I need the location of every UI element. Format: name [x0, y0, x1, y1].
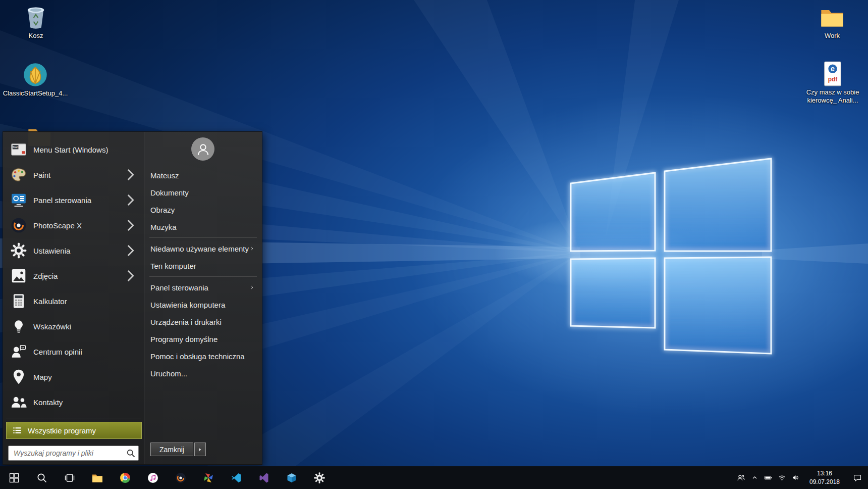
start-menu-item-ustawienia[interactable]: Ustawienia: [3, 238, 144, 263]
start-menu-item-kontakty[interactable]: Kontakty: [3, 389, 144, 415]
desktop-icon-label: ClassicStartSetup_4...: [3, 89, 68, 97]
tray-people-button[interactable]: [734, 466, 748, 489]
taskbar-file-explorer-button[interactable]: [83, 466, 111, 489]
taskbar-search-button[interactable]: [28, 466, 56, 489]
user-avatar[interactable]: [191, 137, 214, 161]
people-icon: [737, 473, 745, 482]
control-panel-icon: [10, 191, 27, 209]
search-button[interactable]: [124, 447, 137, 459]
shell-icon: [22, 62, 48, 88]
taskbar-start-button[interactable]: [0, 466, 28, 489]
menu-item-label: Dokumenty: [150, 188, 255, 197]
start-menu-item-photoscape-x[interactable]: PhotoScape X: [3, 213, 144, 238]
start-menu-item-panel-sterowania[interactable]: Panel sterowania: [3, 187, 144, 213]
lightbulb-icon: [10, 318, 27, 335]
pinwheel-icon: [202, 472, 214, 484]
start-menu-right-item-muzyka[interactable]: Muzyka: [144, 218, 262, 235]
submenu-arrow-icon: [249, 284, 255, 291]
tray-network-button[interactable]: [775, 466, 789, 489]
shutdown-button[interactable]: Zamknij: [150, 443, 193, 456]
start-menu-right-item-ten-komputer[interactable]: Ten komputer: [144, 257, 262, 274]
taskbar-photoscape-button[interactable]: [167, 466, 194, 489]
menu-item-label: Urządzenia i drukarki: [150, 318, 255, 326]
taskbar-photos-app-button[interactable]: [194, 466, 222, 489]
tray-volume-button[interactable]: [789, 466, 802, 489]
start-menu-item-zdjecia[interactable]: Zdjęcia: [3, 263, 144, 288]
tray-show-hidden-button[interactable]: [748, 466, 762, 489]
calculator-icon: [10, 292, 27, 310]
contacts-icon: [10, 394, 27, 411]
start-menu-right-item-mateusz[interactable]: Mateusz: [144, 167, 262, 184]
taskbar-task-view-button[interactable]: [56, 466, 83, 489]
taskbar-settings-button[interactable]: [305, 466, 333, 489]
tray-battery-button[interactable]: [762, 466, 775, 489]
desktop-icon-work-folder[interactable]: Work: [808, 4, 856, 40]
start-menu-right-item-dokumenty[interactable]: Dokumenty: [144, 184, 262, 201]
chevron-up-icon: [750, 473, 759, 482]
all-programs-button[interactable]: Wszystkie programy: [6, 422, 142, 439]
system-tray: 13:16 09.07.2018: [734, 466, 868, 489]
search-input[interactable]: [8, 446, 139, 461]
desktop-icon-classic-start-setup[interactable]: ClassicStartSetup_4...: [5, 62, 66, 97]
paint-icon: [10, 166, 27, 183]
svg-text:pdf: pdf: [828, 76, 838, 83]
menu-item-label: Obrazy: [150, 206, 255, 214]
all-programs-label: Wszystkie programy: [28, 426, 96, 435]
action-center-button[interactable]: [847, 466, 868, 489]
photoscape-dark-icon: [175, 472, 187, 484]
submenu-arrow-icon: [122, 166, 139, 183]
menu-item-label: Ustawienia komputera: [150, 301, 255, 309]
start-menu-right-item-ustawienia-komputera[interactable]: Ustawienia komputera: [144, 296, 262, 313]
menu-item-label: Wskazówki: [33, 322, 139, 331]
svg-text:e: e: [831, 65, 835, 73]
shutdown-row: Zamknij: [150, 443, 206, 456]
desktop-icon-recycle-bin[interactable]: Kosz: [12, 4, 60, 40]
taskbar-vscode-button[interactable]: [222, 466, 250, 489]
start-menu-item-wskazowki[interactable]: Wskazówki: [3, 314, 144, 339]
start-menu-right-item-uruchom[interactable]: Uruchom...: [144, 365, 262, 382]
start-screenshot-icon: Start: [10, 141, 27, 158]
menu-item-label: PhotoScape X: [33, 221, 116, 230]
feedback-icon: [10, 343, 27, 360]
taskbar-chrome-button[interactable]: [111, 466, 139, 489]
wifi-icon: [778, 473, 786, 482]
pdf-icon: epdf: [820, 61, 846, 87]
start-menu-item-paint[interactable]: Paint: [3, 162, 144, 187]
start-menu-right-item-urzadzenia-i-drukarki[interactable]: Urządzenia i drukarki: [144, 313, 262, 330]
menu-item-label: Panel sterowania: [150, 283, 249, 292]
taskbar-clock[interactable]: 13:16 09.07.2018: [802, 466, 847, 489]
start-menu-right-item-obrazy[interactable]: Obrazy: [144, 201, 262, 218]
start-menu-item-mapy[interactable]: Mapy: [3, 364, 144, 389]
desktop-icon-label: Work: [825, 32, 840, 40]
submenu-arrow-icon: [249, 245, 255, 252]
win-logo-icon: [8, 472, 20, 484]
submenu-arrow-icon: [122, 267, 139, 284]
menu-item-label: Panel sterowania: [33, 196, 116, 205]
menu-item-label: Paint: [33, 171, 116, 179]
menu-item-label: Niedawno używane elementy: [150, 244, 249, 253]
taskbar-itunes-button[interactable]: [139, 466, 167, 489]
start-menu-right-item-pomoc-i-obs-uga-techniczna[interactable]: Pomoc i obsługa techniczna: [144, 348, 262, 365]
shutdown-options-arrow[interactable]: [194, 443, 206, 456]
menu-item-label: Mateusz: [150, 171, 255, 180]
gear-icon: [313, 472, 326, 484]
folder-icon: [819, 4, 845, 30]
menu-item-label: Zdjęcia: [33, 272, 116, 280]
start-menu-right-item-panel-sterowania[interactable]: Panel sterowania: [144, 279, 262, 296]
start-menu-item-centrum-opinii[interactable]: Centrum opinii: [3, 339, 144, 364]
desktop-icon-label: Czy masz w sobie kierowcę_ Anali...: [799, 88, 866, 105]
start-menu-right-item-niedawno-uzywane-elementy[interactable]: Niedawno używane elementy: [144, 240, 262, 257]
menu-item-label: Kalkulator: [33, 297, 139, 306]
taskbar-app-box-button[interactable]: [278, 466, 305, 489]
start-menu-item-kalkulator[interactable]: Kalkulator: [3, 288, 144, 314]
vscode-icon: [230, 472, 242, 484]
map-pin-icon: [10, 368, 27, 385]
start-menu-item-menu-start-windows[interactable]: StartMenu Start (Windows): [3, 137, 144, 162]
svg-text:Start: Start: [13, 145, 19, 149]
clock-date: 09.07.2018: [809, 478, 840, 486]
menu-separator: [149, 276, 257, 277]
menu-item-label: Pomoc i obsługa techniczna: [150, 352, 255, 361]
desktop-icon-pdf-doc[interactable]: epdfCzy masz w sobie kierowcę_ Anali...: [799, 61, 866, 105]
taskbar-visual-studio-button[interactable]: [250, 466, 278, 489]
start-menu-right-item-programy-domyslne[interactable]: Programy domyślne: [144, 330, 262, 348]
